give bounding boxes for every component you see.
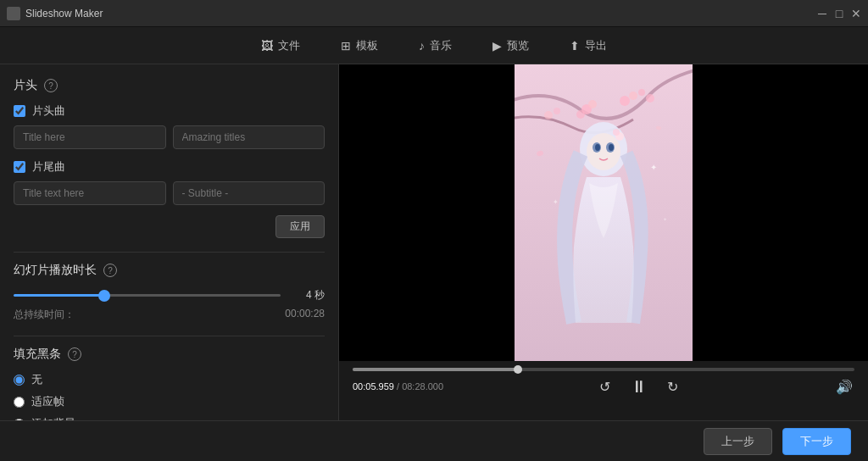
outro-title-input[interactable] xyxy=(14,181,166,205)
close-button[interactable]: ✕ xyxy=(851,8,861,19)
outro-checkbox-row: 片尾曲 xyxy=(14,159,325,175)
progress-bar-fill xyxy=(353,368,518,371)
toolbar-preview[interactable]: ▶ 预览 xyxy=(486,35,536,57)
app-icon xyxy=(7,7,20,20)
controls-row: 00:05.959 / 08:28.000 ↺ ⏸ ↻ 🔊 xyxy=(353,376,854,397)
svg-point-14 xyxy=(587,133,620,170)
time-display: 00:05.959 / 08:28.000 xyxy=(353,381,443,392)
file-icon: 🖼 xyxy=(261,39,273,53)
illustration-svg: ✦ ✦ ✦ xyxy=(515,64,693,361)
svg-point-9 xyxy=(554,108,560,114)
volume-area: 🔊 xyxy=(834,376,854,397)
player-controls: 00:05.959 / 08:28.000 ↺ ⏸ ↻ 🔊 xyxy=(339,361,868,420)
playback-buttons: ↺ ⏸ ↻ xyxy=(457,376,821,397)
toolbar-export[interactable]: ⬆ 导出 xyxy=(563,35,614,57)
toolbar-template[interactable]: ⊞ 模板 xyxy=(334,35,385,57)
outro-input-row xyxy=(14,181,325,205)
divider-2 xyxy=(14,336,325,336)
titlebar: Slideshow Maker ─ □ ✕ xyxy=(0,0,868,27)
divider-1 xyxy=(14,252,325,253)
maximize-button[interactable]: □ xyxy=(834,8,844,19)
total-duration-row: 总持续时间： 00:00:28 xyxy=(14,308,325,322)
intro-input-row xyxy=(14,125,325,149)
outro-checkbox-label[interactable]: 片尾曲 xyxy=(32,159,65,175)
svg-point-4 xyxy=(620,96,630,106)
radio-fit-label[interactable]: 适应帧 xyxy=(31,394,64,409)
svg-point-8 xyxy=(544,111,553,119)
toolbar: 🖼 文件 ⊞ 模板 ♪ 音乐 ▶ 预览 ⬆ 导出 xyxy=(0,27,868,64)
video-area: ✦ ✦ ✦ xyxy=(339,64,868,361)
radio-none[interactable] xyxy=(14,375,25,386)
duration-section-title: 幻灯片播放时长 xyxy=(14,263,97,278)
toolbar-preview-label: 预览 xyxy=(507,38,529,53)
radio-fit-row: 适应帧 xyxy=(14,394,325,409)
toolbar-file-label: 文件 xyxy=(278,38,300,53)
app-title: Slideshow Maker xyxy=(25,8,817,19)
minimize-button[interactable]: ─ xyxy=(817,8,827,19)
svg-point-7 xyxy=(646,94,654,103)
svg-point-17 xyxy=(595,144,600,151)
svg-text:✦: ✦ xyxy=(553,198,559,206)
svg-text:✦: ✦ xyxy=(663,217,667,222)
svg-point-3 xyxy=(576,110,585,119)
play-pause-button[interactable]: ⏸ xyxy=(629,376,649,397)
apply-btn-row: 应用 xyxy=(14,215,325,238)
intro-section-title: 片头 xyxy=(14,78,37,93)
toolbar-file[interactable]: 🖼 文件 xyxy=(254,35,307,57)
radio-none-label[interactable]: 无 xyxy=(31,372,42,387)
toolbar-music[interactable]: ♪ 音乐 xyxy=(412,35,459,57)
anime-illustration: ✦ ✦ ✦ xyxy=(515,64,693,361)
duration-slider[interactable] xyxy=(14,294,281,297)
prev-button[interactable]: 上一步 xyxy=(704,428,772,455)
intro-checkbox-label[interactable]: 片头曲 xyxy=(32,103,65,119)
intro-subtitle-input[interactable] xyxy=(173,125,326,149)
progress-bar-thumb xyxy=(514,365,522,374)
fill-bars-section-header: 填充黑条 ? xyxy=(14,347,325,362)
rewind-button[interactable]: ↺ xyxy=(595,376,615,397)
next-button[interactable]: 下一步 xyxy=(782,428,851,455)
fill-bars-radio-group: 无 适应帧 添加背景 xyxy=(14,372,325,420)
svg-text:✦: ✦ xyxy=(650,163,657,172)
intro-help-icon[interactable]: ? xyxy=(44,79,58,92)
left-panel: 片头 ? 片头曲 片尾曲 应用 幻灯片播放时长 ? xyxy=(0,64,339,420)
total-duration-label: 总持续时间： xyxy=(14,308,75,322)
slideshow-duration-section: 幻灯片播放时长 ? 4 秒 总持续时间： 00:00:28 xyxy=(14,263,325,322)
outro-checkbox[interactable] xyxy=(14,161,25,173)
svg-point-2 xyxy=(588,100,597,108)
bottom-bar: 上一步 下一步 xyxy=(0,420,868,461)
slider-row: 4 秒 xyxy=(14,288,325,303)
template-icon: ⊞ xyxy=(341,39,351,53)
progress-bar[interactable] xyxy=(353,368,854,371)
intro-section-header: 片头 ? xyxy=(14,78,325,93)
export-icon: ⬆ xyxy=(570,39,580,53)
right-panel: ✦ ✦ ✦ 00:05.959 / 08:28.000 xyxy=(339,64,868,420)
music-icon: ♪ xyxy=(419,39,425,53)
main-area: 片头 ? 片头曲 片尾曲 应用 幻灯片播放时长 ? xyxy=(0,64,868,420)
duration-help-icon[interactable]: ? xyxy=(103,264,117,277)
apply-button[interactable]: 应用 xyxy=(275,215,325,238)
current-time: 00:05.959 xyxy=(353,381,394,392)
toolbar-music-label: 音乐 xyxy=(430,38,452,53)
intro-title-input[interactable] xyxy=(14,125,166,149)
preview-icon: ▶ xyxy=(492,39,502,53)
toolbar-export-label: 导出 xyxy=(585,38,607,53)
svg-point-5 xyxy=(629,92,637,100)
intro-checkbox[interactable] xyxy=(14,105,25,117)
radio-none-row: 无 xyxy=(14,372,325,387)
svg-point-18 xyxy=(609,144,614,151)
video-preview: ✦ ✦ ✦ xyxy=(515,64,693,361)
svg-point-20 xyxy=(613,129,620,136)
window-controls: ─ □ ✕ xyxy=(817,8,861,19)
outro-subtitle-input[interactable] xyxy=(173,181,326,205)
fast-forward-button[interactable]: ↻ xyxy=(663,376,683,397)
total-duration-value: 00:00:28 xyxy=(285,308,325,322)
slider-value-label: 4 秒 xyxy=(291,288,325,303)
total-time: 08:28.000 xyxy=(402,381,443,392)
volume-button[interactable]: 🔊 xyxy=(834,376,854,397)
radio-fit[interactable] xyxy=(14,397,25,408)
fill-bars-help-icon[interactable]: ? xyxy=(68,347,81,361)
svg-point-6 xyxy=(638,89,645,96)
toolbar-template-label: 模板 xyxy=(356,38,378,53)
fill-bars-title: 填充黑条 xyxy=(14,347,61,362)
time-separator: / xyxy=(397,381,399,392)
